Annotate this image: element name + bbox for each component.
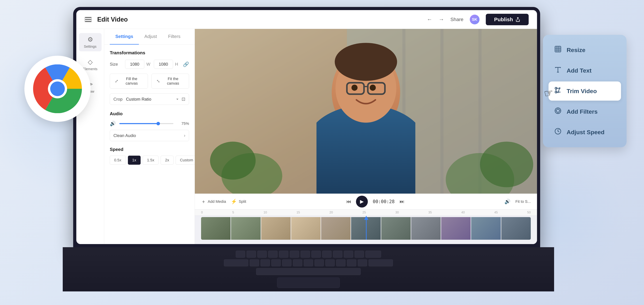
add-filters-label: Add Filters — [567, 108, 598, 115]
speed-2x[interactable]: 2x — [161, 156, 173, 165]
speed-05x[interactable]: 0.5x — [110, 156, 126, 165]
video-frame — [195, 29, 537, 194]
skip-forward-button[interactable]: ⏭ — [400, 199, 404, 204]
speed-1x[interactable]: 1x — [128, 156, 140, 165]
top-bar: Edit Video ← → Share SK Publish — [76, 10, 537, 29]
fit-to-screen-label: Fit to S... — [516, 199, 531, 204]
share-label[interactable]: Share — [450, 17, 464, 22]
size-row: Size W H 🔗 — [110, 60, 189, 69]
add-text-icon — [554, 66, 562, 75]
touchpad[interactable] — [277, 278, 340, 288]
ruler-mark-0: 0 — [201, 211, 203, 214]
laptop-keyboard-area — [63, 247, 554, 292]
volume-slider[interactable] — [119, 123, 173, 124]
sidebar-item-settings[interactable]: ⚙ Settings — [79, 33, 102, 51]
slider-track — [119, 123, 173, 124]
fit-canvas-button[interactable]: ⤡ Fit the canvas — [152, 74, 189, 89]
volume-control-button[interactable]: 🔊 — [504, 199, 510, 204]
key-bracket2 — [354, 251, 364, 258]
key-r — [268, 251, 278, 258]
ruler-marks: 0 5 10 15 20 25 30 35 40 45 50 — [201, 211, 531, 214]
redo-button[interactable]: → — [438, 16, 444, 23]
ruler-mark-40: 40 — [461, 211, 465, 214]
time-display: 00:00:28 — [373, 199, 394, 204]
resize-label: Resize — [567, 47, 586, 53]
size-label: Size — [110, 62, 122, 67]
menu-item-resize[interactable]: Resize — [548, 40, 621, 59]
bottom-controls: ＋ Add Media ⚡ Split ⏮ ▶ 00:00:28 ⏭ — [195, 194, 537, 209]
settings-icon: ⚙ — [88, 36, 93, 43]
publish-share-icon — [516, 17, 520, 22]
menu-item-trim-video[interactable]: Trim Video — [548, 81, 621, 101]
publish-button[interactable]: Publish — [486, 14, 529, 25]
frame-9 — [471, 217, 500, 240]
split-button[interactable]: ⚡ Split — [231, 199, 246, 204]
key-y — [290, 251, 299, 258]
tab-filters[interactable]: Filters — [162, 29, 186, 44]
frame-6 — [381, 217, 411, 240]
left-sidebar: ⚙ Settings ◇ Elements ✏ Draw — [76, 29, 104, 244]
page-title: Edit Video — [97, 16, 421, 23]
menu-item-adjust-speed[interactable]: Adjust Speed — [548, 123, 621, 142]
width-unit: W — [146, 62, 150, 67]
fill-canvas-button[interactable]: ⤢ Fill the canvas — [110, 74, 148, 89]
menu-item-add-text[interactable]: Add Text — [548, 61, 621, 80]
svg-point-28 — [555, 108, 561, 114]
add-media-button[interactable]: ＋ Add Media — [201, 198, 226, 205]
undo-button[interactable]: ← — [427, 16, 432, 23]
svg-point-20 — [370, 85, 376, 91]
resize-icon — [554, 45, 562, 55]
timeline-ruler: 0 5 10 15 20 25 30 35 40 45 50 — [195, 209, 537, 216]
key-i — [311, 251, 321, 258]
tab-adjust[interactable]: Adjust — [139, 29, 162, 44]
timeline-track[interactable] — [201, 217, 531, 240]
frame-1 — [231, 217, 260, 240]
adjust-speed-icon — [554, 127, 562, 137]
tab-settings[interactable]: Settings — [110, 29, 139, 44]
screen-inner: Edit Video ← → Share SK Publish — [76, 10, 537, 244]
hamburger-menu[interactable] — [85, 17, 92, 22]
publish-label: Publish — [494, 16, 513, 22]
crop-label: Crop — [114, 97, 122, 102]
crop-select[interactable]: Custom Ratio — [125, 97, 179, 102]
key-g — [293, 259, 302, 266]
video-content — [195, 29, 537, 194]
ruler-mark-25: 25 — [362, 211, 366, 214]
split-icon: ⚡ — [231, 199, 237, 204]
skip-back-button[interactable]: ⏮ — [346, 199, 351, 204]
ruler-mark-15: 15 — [296, 211, 300, 214]
settings-content: Transformations Size W H — [104, 44, 195, 176]
panel-tabs: Settings Adjust Filters — [104, 29, 195, 44]
speed-title: Speed — [110, 147, 189, 152]
link-proportions-icon[interactable]: 🔗 — [183, 61, 189, 67]
speed-custom[interactable]: Custom — [176, 156, 195, 165]
key-s — [260, 259, 270, 266]
svg-point-2 — [50, 81, 65, 96]
height-input[interactable] — [154, 60, 173, 69]
fill-canvas-label: Fill the canvas — [120, 77, 143, 86]
speed-15x[interactable]: 1.5x — [143, 156, 159, 165]
timeline-area: 0 5 10 15 20 25 30 35 40 45 50 — [195, 209, 537, 244]
video-preview — [195, 29, 537, 194]
audio-title: Audio — [110, 111, 189, 116]
frame-2 — [261, 217, 291, 240]
split-label: Split — [239, 199, 246, 204]
trim-video-label: Trim Video — [567, 88, 597, 94]
clean-audio-expand-icon[interactable]: › — [184, 133, 186, 138]
top-bar-right: ← → Share SK Publish — [427, 14, 529, 25]
key-quote — [358, 259, 367, 266]
resize-svg-icon — [554, 45, 562, 53]
clean-audio-label: Clean Audio — [114, 133, 181, 138]
trim-video-icon — [554, 86, 562, 96]
avatar: SK — [470, 15, 480, 24]
svg-rect-21 — [555, 46, 561, 52]
timeline-playhead[interactable] — [366, 217, 366, 240]
width-input[interactable] — [125, 60, 144, 69]
play-button[interactable]: ▶ — [356, 196, 368, 208]
key-k — [325, 259, 335, 266]
key-bracket — [344, 251, 353, 258]
menu-item-add-filters[interactable]: Add Filters — [548, 102, 621, 121]
volume-icon: 🔊 — [110, 121, 116, 126]
key-h — [304, 259, 313, 266]
key-p — [333, 251, 342, 258]
